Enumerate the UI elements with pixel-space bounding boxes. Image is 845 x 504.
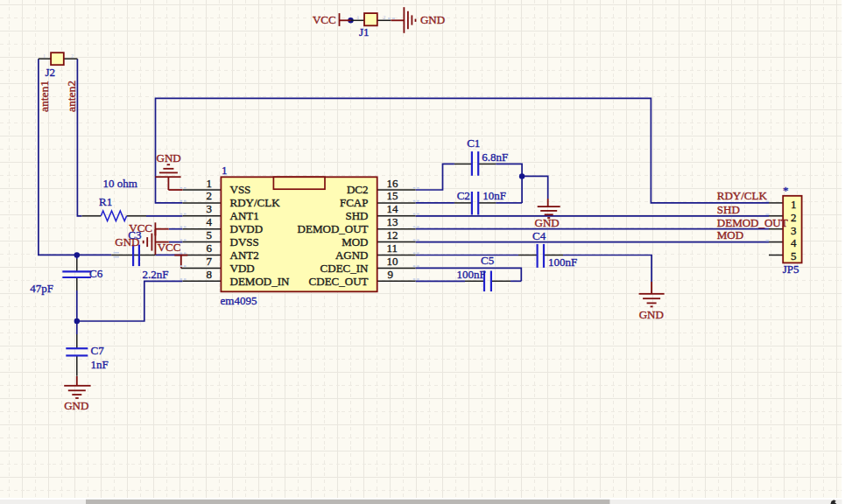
svg-text:15: 15 [387, 189, 398, 202]
svg-text:14: 14 [387, 202, 399, 215]
svg-text:DVSS: DVSS [230, 235, 259, 248]
svg-text:ANT2: ANT2 [230, 248, 259, 262]
svg-text:VCC: VCC [158, 241, 181, 254]
svg-text:FCAP: FCAP [340, 196, 369, 209]
svg-text:47pF: 47pF [30, 282, 53, 295]
svg-text:MOD: MOD [342, 235, 368, 248]
svg-text:5: 5 [207, 228, 213, 242]
svg-text:GND: GND [535, 216, 560, 229]
svg-text:8: 8 [207, 268, 213, 281]
svg-text:6.8nF: 6.8nF [482, 150, 508, 164]
svg-text:DEMOD_OUT: DEMOD_OUT [717, 216, 788, 229]
svg-text:1: 1 [791, 198, 797, 211]
svg-text:SHD: SHD [717, 203, 740, 216]
svg-text:2: 2 [207, 189, 213, 202]
svg-text:6: 6 [207, 242, 213, 255]
svg-text:C3: C3 [128, 228, 141, 242]
svg-text:12: 12 [387, 228, 398, 242]
svg-text:DEMOD_IN: DEMOD_IN [230, 275, 290, 288]
svg-text:10: 10 [387, 255, 398, 268]
svg-text:2: 2 [71, 53, 74, 59]
svg-text:100nF: 100nF [457, 268, 486, 281]
svg-text:GND: GND [64, 399, 88, 412]
svg-text:2: 2 [383, 14, 386, 21]
svg-text:DVDD: DVDD [230, 222, 264, 235]
svg-text:C6: C6 [89, 267, 103, 280]
svg-text:AGND: AGND [335, 248, 369, 262]
svg-text:11: 11 [387, 242, 398, 255]
svg-text:MOD: MOD [717, 228, 743, 242]
svg-text:RDY/CLK: RDY/CLK [230, 196, 281, 209]
svg-text:GND: GND [157, 151, 181, 164]
svg-text:3: 3 [791, 224, 797, 237]
svg-text:1: 1 [43, 53, 46, 59]
svg-text:C5: C5 [481, 254, 494, 267]
svg-text:RDY/CLK: RDY/CLK [717, 189, 768, 202]
svg-text:anten2: anten2 [65, 80, 78, 112]
svg-text:R1: R1 [99, 195, 112, 208]
svg-text:1nF: 1nF [91, 358, 109, 371]
svg-text:CDEC_IN: CDEC_IN [320, 262, 370, 275]
svg-text:C2: C2 [457, 189, 470, 202]
svg-text:em4095: em4095 [221, 294, 257, 307]
svg-text:1: 1 [356, 14, 360, 21]
svg-text:4: 4 [791, 236, 797, 249]
svg-text:3: 3 [207, 202, 213, 215]
svg-text:16: 16 [387, 177, 399, 190]
svg-text:*: * [783, 184, 789, 197]
svg-text:10 ohm: 10 ohm [103, 177, 137, 190]
svg-text:GND: GND [639, 308, 664, 321]
svg-text:13: 13 [387, 215, 398, 228]
svg-text:DEMOD_OUT: DEMOD_OUT [298, 222, 369, 235]
svg-text:100nF: 100nF [548, 256, 577, 269]
svg-text:1: 1 [222, 164, 228, 177]
svg-text:DC2: DC2 [347, 183, 369, 196]
svg-text:J2: J2 [45, 66, 55, 79]
svg-text:ANT1: ANT1 [230, 209, 259, 222]
svg-text:4: 4 [207, 215, 213, 228]
svg-text:2: 2 [791, 211, 797, 224]
svg-text:C7: C7 [91, 344, 105, 357]
svg-text:SHD: SHD [345, 209, 368, 222]
svg-text:C4: C4 [532, 229, 546, 242]
svg-text:CDEC_OUT: CDEC_OUT [309, 275, 369, 288]
svg-text:JP5: JP5 [783, 262, 799, 276]
svg-text:J1: J1 [359, 25, 370, 38]
svg-text:2.2nF: 2.2nF [143, 268, 169, 281]
svg-text:C1: C1 [467, 136, 480, 150]
svg-text:9: 9 [388, 268, 394, 281]
svg-text:1: 1 [207, 177, 213, 190]
svg-text:VCC: VCC [313, 13, 336, 26]
svg-text:10nF: 10nF [482, 189, 506, 202]
svg-text:VSS: VSS [230, 183, 251, 196]
svg-text:7: 7 [207, 255, 213, 268]
svg-text:VDD: VDD [230, 262, 255, 275]
svg-text:GND: GND [420, 13, 445, 26]
svg-text:anten1: anten1 [38, 80, 51, 112]
svg-text:5: 5 [791, 249, 797, 262]
